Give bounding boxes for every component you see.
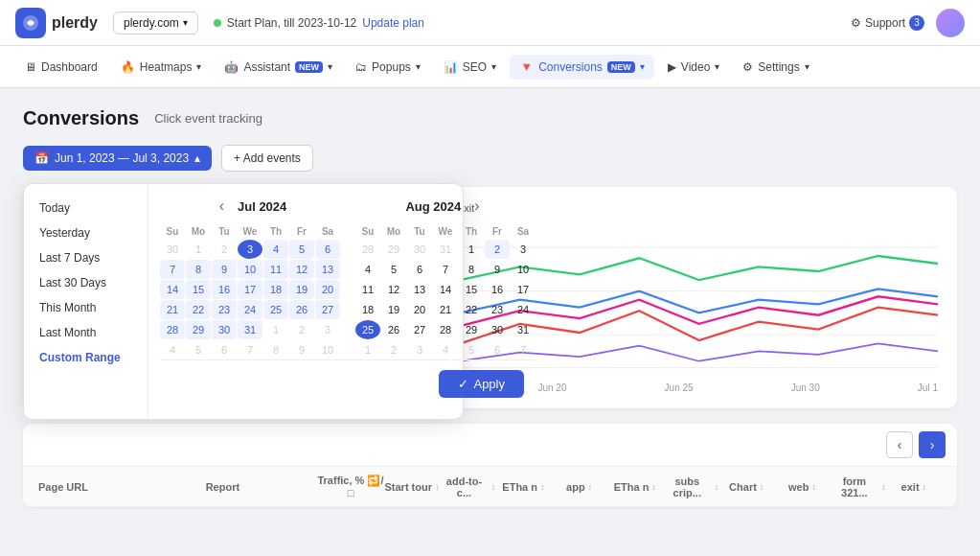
avatar[interactable] xyxy=(936,9,965,37)
cal-day[interactable]: 12 xyxy=(289,260,314,279)
cal-day[interactable]: 6 xyxy=(407,260,432,279)
quick-today[interactable]: Today xyxy=(24,196,148,220)
sort-icon[interactable]: ↕ xyxy=(811,482,816,492)
next-page-button[interactable]: › xyxy=(919,431,946,458)
cal-day[interactable]: 9 xyxy=(289,340,314,359)
cal-day[interactable]: 5 xyxy=(186,340,211,359)
nav-item-heatmaps[interactable]: 🔥 Heatmaps ▾ xyxy=(111,55,212,80)
cal-day[interactable]: 24 xyxy=(238,300,262,319)
cal-day[interactable]: 26 xyxy=(381,320,406,339)
cal-day[interactable]: 8 xyxy=(459,260,484,279)
cal-day[interactable]: 21 xyxy=(433,300,458,319)
cal-day[interactable]: 4 xyxy=(433,340,458,359)
cal-day[interactable]: 18 xyxy=(355,300,380,319)
cal-day[interactable]: 16 xyxy=(485,280,510,299)
cal-day[interactable]: 2 xyxy=(289,320,314,339)
cal-day[interactable]: 12 xyxy=(381,280,406,299)
apply-button[interactable]: ✓ Apply xyxy=(439,370,524,398)
nav-item-video[interactable]: ▶ Video ▾ xyxy=(658,55,729,80)
cal-day[interactable]: 1 xyxy=(186,240,211,259)
cal-day[interactable]: 31 xyxy=(433,240,458,259)
cal-day[interactable]: 7 xyxy=(160,260,185,279)
cal-day[interactable]: 31 xyxy=(511,320,536,339)
cal-day[interactable]: 1 xyxy=(263,320,288,339)
sort-icon[interactable]: ↕ xyxy=(435,482,440,492)
cal-day[interactable]: 15 xyxy=(459,280,484,299)
cal-day[interactable]: 29 xyxy=(186,320,211,339)
nav-item-conversions[interactable]: 🔻 Conversions NEW ▾ xyxy=(510,55,654,80)
quick-yesterday[interactable]: Yesterday xyxy=(24,220,148,245)
cal-day[interactable]: 10 xyxy=(511,260,536,279)
cal-day[interactable]: 7 xyxy=(238,340,262,359)
cal-day[interactable]: 14 xyxy=(160,280,185,299)
cal-day[interactable]: 30 xyxy=(407,240,432,259)
cal-day[interactable]: 29 xyxy=(381,240,406,259)
date-range-button[interactable]: 📅 Jun 1, 2023 — Jul 3, 2023 ▴ xyxy=(23,146,212,171)
cal-day[interactable]: 5 xyxy=(459,340,484,359)
cal-day-selected[interactable]: 3 xyxy=(238,240,262,259)
prev-month-button[interactable]: ‹ xyxy=(214,196,230,217)
cal-day[interactable]: 14 xyxy=(433,280,458,299)
cal-day[interactable]: 11 xyxy=(355,280,380,299)
cal-day[interactable]: 28 xyxy=(433,320,458,339)
cal-day[interactable]: 10 xyxy=(238,260,262,279)
cal-day[interactable]: 25 xyxy=(263,300,288,319)
quick-last30[interactable]: Last 30 Days xyxy=(24,270,148,295)
quick-last7[interactable]: Last 7 Days xyxy=(24,245,148,270)
cal-day[interactable]: 3 xyxy=(511,240,536,259)
cal-day[interactable]: 18 xyxy=(263,280,288,299)
cal-day[interactable]: 9 xyxy=(212,260,237,279)
cal-day[interactable]: 30 xyxy=(485,320,510,339)
site-selector[interactable]: plerdy.com ▾ xyxy=(113,12,198,35)
cal-day[interactable]: 1 xyxy=(355,340,380,359)
cal-day[interactable]: 22 xyxy=(459,300,484,319)
cal-day[interactable]: 30 xyxy=(212,320,237,339)
cal-day[interactable]: 30 xyxy=(160,240,185,259)
cal-day[interactable]: 22 xyxy=(186,300,211,319)
sort-icon[interactable]: ↕ xyxy=(651,482,656,492)
quick-custom-range[interactable]: Custom Range xyxy=(24,345,148,370)
cal-day[interactable]: 6 xyxy=(315,240,340,259)
cal-day[interactable]: 5 xyxy=(289,240,314,259)
update-plan-link[interactable]: Update plan xyxy=(362,16,424,30)
add-events-button[interactable]: + Add events xyxy=(221,145,313,172)
quick-this-month[interactable]: This Month xyxy=(24,295,148,320)
next-month-button[interactable]: › xyxy=(468,196,485,217)
cal-day[interactable]: 10 xyxy=(315,340,340,359)
cal-day[interactable]: 2 xyxy=(381,340,406,359)
cal-day[interactable]: 27 xyxy=(407,320,432,339)
cal-day[interactable]: 7 xyxy=(433,260,458,279)
cal-day[interactable]: 28 xyxy=(160,320,185,339)
cal-day[interactable]: 4 xyxy=(160,340,185,359)
nav-item-dashboard[interactable]: 🖥 Dashboard xyxy=(15,55,107,80)
cal-day[interactable]: 21 xyxy=(160,300,185,319)
nav-item-seo[interactable]: 📊 SEO ▾ xyxy=(434,55,506,80)
cal-day[interactable]: 29 xyxy=(459,320,484,339)
cal-day[interactable]: 11 xyxy=(263,260,288,279)
cal-day[interactable]: 4 xyxy=(355,260,380,279)
quick-last-month[interactable]: Last Month xyxy=(24,320,148,345)
cal-day[interactable]: 13 xyxy=(407,280,432,299)
nav-item-settings[interactable]: ⚙ Settings ▾ xyxy=(733,55,818,80)
cal-day[interactable]: 17 xyxy=(511,280,536,299)
cal-day[interactable]: 15 xyxy=(186,280,211,299)
prev-page-button[interactable]: ‹ xyxy=(886,431,913,458)
cal-day[interactable]: 4 xyxy=(263,240,288,259)
cal-day[interactable]: 13 xyxy=(315,260,340,279)
sort-icon[interactable]: ↕ xyxy=(923,482,927,492)
cal-day[interactable]: 31 xyxy=(238,320,262,339)
sort-icon[interactable]: ↕ xyxy=(760,482,764,492)
cal-day[interactable]: 20 xyxy=(315,280,340,299)
cal-day[interactable]: 8 xyxy=(186,260,211,279)
nav-item-popups[interactable]: 🗂 Popups ▾ xyxy=(346,55,430,80)
support-button[interactable]: ⚙ Support 3 xyxy=(851,15,924,31)
cal-day[interactable]: 2 xyxy=(485,240,510,259)
cal-day[interactable]: 1 xyxy=(459,240,484,259)
cal-day[interactable]: 28 xyxy=(355,240,380,259)
cal-day-selected[interactable]: 25 xyxy=(355,320,380,339)
sort-icon[interactable]: ↕ xyxy=(588,482,593,492)
cal-day[interactable]: 8 xyxy=(263,340,288,359)
cal-day[interactable]: 23 xyxy=(212,300,237,319)
cal-day[interactable]: 19 xyxy=(289,280,314,299)
cal-day[interactable]: 27 xyxy=(315,300,340,319)
